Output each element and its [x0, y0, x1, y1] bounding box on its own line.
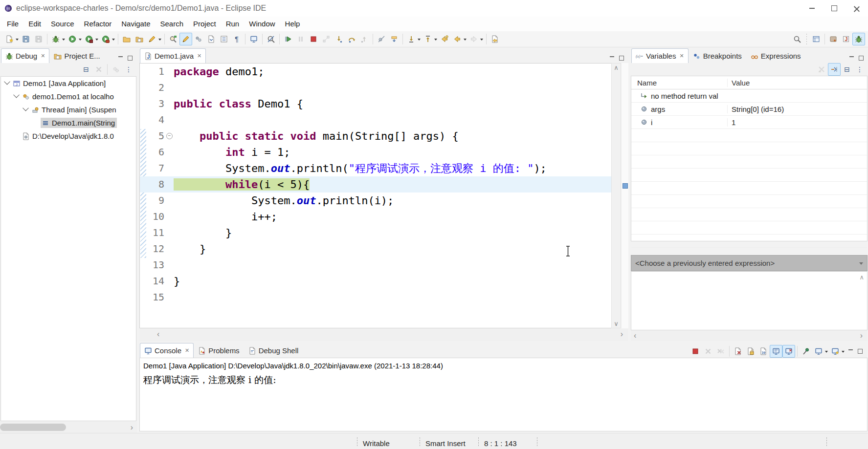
folderP-button[interactable] [133, 33, 146, 45]
sret-button[interactable] [358, 33, 371, 45]
variables-empty-row[interactable] [631, 235, 867, 248]
overview-ruler[interactable] [622, 63, 628, 328]
minimize-view-button[interactable] [846, 53, 856, 63]
code-line[interactable]: 2 [140, 80, 612, 96]
persp-button[interactable] [810, 33, 823, 45]
xgray-button[interactable] [702, 345, 714, 358]
current-line-marker[interactable] [623, 183, 628, 189]
tab-console[interactable]: Console ✕ [140, 343, 194, 358]
skipx-button[interactable] [815, 63, 828, 76]
twistie-expanded-icon[interactable] [13, 92, 20, 98]
code-line[interactable]: 6 int i = 1; [140, 144, 612, 160]
twistie-expanded-icon[interactable] [22, 105, 29, 111]
maximize-editor-button[interactable] [617, 53, 626, 63]
dots-button[interactable] [192, 33, 205, 45]
code-editor[interactable]: 1package demo1;23public class Demo1 {45−… [139, 63, 612, 328]
dframe-button[interactable] [388, 33, 401, 45]
list-button[interactable] [218, 33, 230, 45]
g:para-button[interactable]: ¶ [230, 33, 243, 45]
logical-button[interactable] [828, 63, 841, 76]
debug-tree-item[interactable]: demo1.Demo1 at localho [1, 90, 136, 103]
close-icon[interactable]: ✕ [185, 347, 189, 354]
folder-button[interactable] [120, 33, 133, 45]
scrollbar-thumb[interactable] [0, 424, 66, 431]
run-button[interactable] [66, 33, 79, 45]
variables-empty-row[interactable] [631, 182, 867, 195]
g:menu_dots-button[interactable]: ⋮ [122, 63, 135, 76]
variable-detail-pane[interactable]: ∧ [631, 271, 868, 330]
code-line[interactable]: 13 [140, 257, 612, 273]
xx-button[interactable] [714, 345, 727, 358]
window-maximize-button[interactable] [823, 0, 846, 17]
tab-project-explorer[interactable]: Project E... [49, 48, 104, 63]
lockpage-button[interactable] [744, 345, 757, 358]
code-line[interactable]: 9 System.out.println(i); [140, 192, 612, 209]
dropdown-caret-icon[interactable] [418, 39, 421, 42]
variables-empty-row[interactable] [631, 142, 867, 155]
mag-button[interactable] [791, 33, 803, 45]
pen-button[interactable] [179, 33, 192, 45]
aup-button[interactable] [422, 33, 434, 45]
menu-run[interactable]: Run [221, 17, 245, 31]
jee-button[interactable] [827, 33, 840, 45]
maximize-view-button[interactable] [855, 346, 865, 356]
back-button[interactable] [451, 33, 464, 45]
pen-button[interactable] [146, 33, 158, 45]
backstar-button[interactable] [438, 33, 451, 45]
debug-tree-item[interactable]: Demo1.main(String [1, 116, 136, 129]
menu-project[interactable]: Project [188, 17, 221, 31]
window-close-button[interactable] [846, 0, 868, 17]
tab-debug-shell[interactable]: Debug Shell [244, 343, 303, 358]
variables-empty-row[interactable] [631, 155, 867, 169]
code-line[interactable]: 3public class Demo1 { [140, 96, 612, 112]
dropdown-caret-icon[interactable] [842, 351, 845, 354]
monitor-button[interactable] [247, 33, 260, 45]
lastedit-button[interactable] [489, 33, 501, 45]
javap-button[interactable] [840, 33, 852, 45]
window-minimize-button[interactable] [801, 0, 823, 17]
maximize-view-button[interactable] [856, 53, 866, 63]
mon2-button[interactable] [782, 345, 795, 358]
code-line[interactable]: 11 } [140, 225, 612, 241]
scroll-up-icon[interactable]: ∧ [612, 64, 621, 71]
adown-button[interactable] [405, 33, 418, 45]
dropdown-caret-icon[interactable] [464, 39, 467, 42]
scroll-right-icon[interactable]: › [131, 422, 133, 433]
scroll-right-icon[interactable]: › [621, 330, 623, 339]
menu-navigate[interactable]: Navigate [116, 17, 155, 31]
variables-empty-row[interactable] [631, 129, 867, 142]
dropdown-caret-icon[interactable] [16, 39, 19, 42]
variables-empty-row[interactable] [631, 195, 867, 208]
bug-button[interactable] [49, 33, 62, 45]
stop-button[interactable] [307, 33, 320, 45]
code-line[interactable]: 8 while(i < 5){ [140, 176, 612, 192]
resume-button[interactable] [282, 33, 294, 45]
menu-file[interactable]: File [2, 17, 23, 31]
variables-row[interactable]: no method return val [631, 89, 867, 103]
code-line[interactable]: 15 [140, 289, 612, 305]
cov-button[interactable] [83, 33, 95, 45]
debug-tree-item[interactable]: Thread [main] (Suspen [1, 103, 136, 116]
sover-button[interactable] [345, 33, 358, 45]
disc-button[interactable] [320, 33, 333, 45]
variables-horizontal-scrollbar[interactable]: ‹ › [631, 330, 868, 341]
expression-dropdown[interactable]: <Choose a previously entered expression> [631, 255, 868, 271]
ext-button[interactable] [99, 33, 112, 45]
dropdown-caret-icon[interactable] [112, 39, 115, 42]
variables-empty-row[interactable] [631, 169, 867, 182]
dropdown-caret-icon[interactable] [480, 39, 483, 42]
editor-vertical-scrollbar[interactable]: ∧ ∨ [611, 63, 621, 328]
code-line[interactable]: 7 System.out.println("程序调试演示，注意观察 i 的值: … [140, 160, 612, 176]
bug-button[interactable] [852, 33, 865, 45]
save-button[interactable] [20, 33, 32, 45]
dropdown-caret-icon[interactable] [79, 39, 82, 42]
clear-button[interactable] [732, 345, 744, 358]
debug-horizontal-scrollbar[interactable]: › [0, 422, 137, 433]
g:collapse-button[interactable]: ⊟ [841, 63, 853, 76]
variables-row[interactable]: argsString[0] (id=16) [631, 103, 867, 116]
variables-empty-row[interactable] [631, 221, 867, 235]
code-line[interactable]: 1package demo1; [140, 64, 612, 80]
tab-breakpoints[interactable]: Breakpoints [689, 48, 746, 63]
gears-button[interactable] [110, 63, 122, 76]
fwd-button[interactable] [467, 33, 480, 45]
